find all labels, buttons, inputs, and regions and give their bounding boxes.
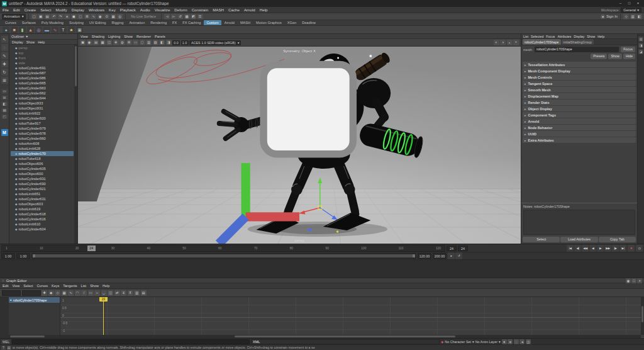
outliner-item[interactable]: ◆ robotLimb628 (11, 146, 74, 151)
lighting-icon[interactable]: ◐ (494, 40, 499, 45)
menu-item[interactable]: Visualize (155, 8, 170, 12)
camera-attributes-icon[interactable]: ▤ (93, 40, 99, 45)
step-forward-frame-icon[interactable]: |▶ (612, 245, 619, 252)
resolution-gate-icon[interactable]: ◻ (140, 40, 145, 45)
ae-section-header[interactable]: ▸ Tangent Space (523, 81, 636, 86)
ae-section-header[interactable]: ▸ Arnold (523, 118, 636, 124)
outliner-menu-item[interactable]: Show (26, 40, 35, 44)
ae-menu-item[interactable]: Focus (546, 35, 555, 38)
shelf-tab[interactable]: Custom (204, 20, 221, 25)
outliner-item[interactable]: ◆ robotCylinder979 (11, 126, 74, 131)
go-to-start-icon[interactable]: |◀ (567, 245, 574, 252)
paint-select-tool-icon[interactable]: ✎ (1, 52, 8, 59)
step-tangents-icon[interactable]: ⌐ (94, 290, 100, 296)
outliner-item[interactable]: ◆ robotArm608 (11, 141, 74, 146)
outliner-item[interactable]: ◆ robotTube618 (11, 156, 74, 161)
close-panel-icon[interactable]: × (637, 278, 642, 283)
attribute-editor-icon[interactable]: ◧ (636, 14, 642, 20)
shelf-curve-icon[interactable]: ∿ (52, 26, 58, 33)
outliner-item[interactable]: ◆ robotCylinder618 (11, 212, 74, 217)
outliner-item[interactable]: ◆ robotObject600 (11, 171, 74, 176)
menu-item[interactable]: Select (40, 8, 51, 12)
presets-button[interactable]: Presets (591, 54, 607, 59)
redo-icon[interactable]: ↷ (58, 14, 64, 20)
step-back-frame-icon[interactable]: ◀| (574, 245, 581, 252)
shelf-text-icon[interactable]: T (60, 26, 67, 33)
time-slider[interactable]: 24 1102030405060708090100110120 (1, 245, 445, 252)
outliner-item[interactable]: ◆ robotObject931 (11, 106, 74, 111)
graph-editor-menu-item[interactable]: Show (90, 284, 99, 288)
outliner-menu-item[interactable]: Help (38, 40, 45, 44)
menu-set-selector[interactable]: Animation ▾ (2, 14, 26, 20)
graph-horizontal-scrollbar[interactable] (60, 335, 641, 338)
output-connections-icon[interactable]: ▻ (171, 14, 177, 20)
float-panel-icon[interactable]: □ (631, 278, 636, 283)
ae-footer-button[interactable]: Load Attributes (560, 237, 597, 242)
menu-item[interactable]: Audio (140, 8, 150, 12)
shelf-light-icon[interactable]: ★ (68, 26, 75, 33)
graph-editor-menu-item[interactable]: View (12, 284, 19, 288)
graph-editor-menu-item[interactable]: Help (103, 284, 109, 288)
outliner-item[interactable]: ◆ side (11, 60, 74, 65)
select-object-icon[interactable]: ◼ (71, 14, 77, 20)
ae-section-header[interactable]: ▸ UUID (523, 131, 636, 137)
ae-footer-button[interactable]: Select (523, 237, 560, 242)
custom-layout-icon[interactable]: ◰ (1, 114, 8, 119)
step-back-key-icon[interactable]: ◀◀ (582, 245, 589, 252)
anti-aliasing-icon[interactable]: ◓ (513, 40, 519, 45)
ae-menu-item[interactable]: Display (574, 35, 584, 38)
ae-section-header[interactable]: ▸ Mesh Component Display (523, 68, 636, 74)
graph-editor-menu-item[interactable]: Keys (52, 284, 59, 288)
key-time-field[interactable] (2, 290, 21, 296)
hide-button[interactable]: Hide (623, 54, 635, 59)
echo-commands-icon[interactable]: ▤ (7, 346, 11, 350)
shelf-tab[interactable]: Rendering (148, 20, 169, 25)
snap-plane-icon[interactable]: ▦ (111, 14, 116, 20)
viewport-menu-item[interactable]: View (80, 35, 88, 38)
graph-editor-titlebar[interactable]: ⠿ Graph Editor ◉□× (0, 278, 644, 283)
animation-preferences-icon[interactable]: ◷ (526, 339, 531, 344)
shelf-cone-icon[interactable]: ▲ (27, 26, 34, 33)
scale-tool-icon[interactable]: ⊞ (1, 77, 8, 84)
pin-panel-icon[interactable]: ◉ (626, 278, 631, 283)
snap-grid-icon[interactable]: ⊞ (84, 14, 90, 20)
ae-menu-item[interactable]: Help (597, 35, 604, 38)
ae-section-header[interactable]: ▸ Component Tags (523, 112, 636, 118)
outliner-item[interactable]: ◆ robotCylinder962 (11, 91, 74, 96)
workspace-selector[interactable]: General ▾ (621, 8, 641, 13)
ae-menu-item[interactable]: Attributes (557, 35, 571, 38)
end-time-field[interactable]: 24 (458, 246, 468, 251)
shelf-tab[interactable]: Curves (3, 20, 19, 25)
single-pane-layout-icon[interactable]: ▭ (1, 89, 8, 94)
outliner-item[interactable]: ◆ robotLimb922 (11, 111, 74, 116)
outliner-item[interactable]: ◆ robotCylinder631 (11, 196, 74, 201)
exposure-field[interactable]: 0.0 (172, 40, 180, 45)
gamma-field[interactable]: 1.0 (181, 40, 189, 45)
shelf-tab[interactable]: Surfaces (19, 20, 38, 25)
outliner-item[interactable]: ◆ persp (11, 45, 74, 50)
new-scene-icon[interactable]: ▢ (31, 14, 37, 20)
lattice-deform-keys-icon[interactable]: ▦ (62, 290, 67, 296)
ae-section-header[interactable]: ▸ Render Stats (523, 99, 636, 105)
menu-item[interactable]: Display (72, 8, 84, 12)
render-icon[interactable]: ▩ (184, 14, 190, 20)
clamped-tangents-icon[interactable]: ◠ (75, 290, 80, 296)
modeling-toolkit-button[interactable]: M (1, 129, 8, 136)
shadows-icon[interactable]: ◑ (500, 40, 506, 45)
go-to-end-icon[interactable]: ▶| (619, 245, 626, 252)
save-scene-icon[interactable]: ▤ (45, 14, 50, 20)
viewport-menu-item[interactable]: Renderer (136, 35, 151, 38)
menu-item[interactable]: Create (25, 8, 36, 12)
outliner-item[interactable]: ◆ robotLimb619 (11, 206, 74, 212)
ae-section-header[interactable]: ▸ Extra Attributes (523, 137, 636, 143)
snap-center-icon[interactable]: ⊙ (104, 14, 109, 20)
shelf-sphere-icon[interactable]: ● (3, 26, 9, 33)
film-gate-icon[interactable]: ▭ (133, 40, 138, 45)
outliner-item[interactable]: ◆ robotCylinder690 (11, 181, 74, 186)
menu-item[interactable]: Playback (120, 8, 136, 12)
safe-title-icon[interactable]: ◨ (166, 40, 172, 45)
outliner-item[interactable]: ◆ robotCylinder616 (11, 217, 74, 222)
current-time-field[interactable]: 24 (447, 246, 457, 251)
graph-editor-menu-item[interactable]: Curves (37, 284, 48, 288)
outliner-item[interactable]: ◆ front (11, 55, 74, 60)
